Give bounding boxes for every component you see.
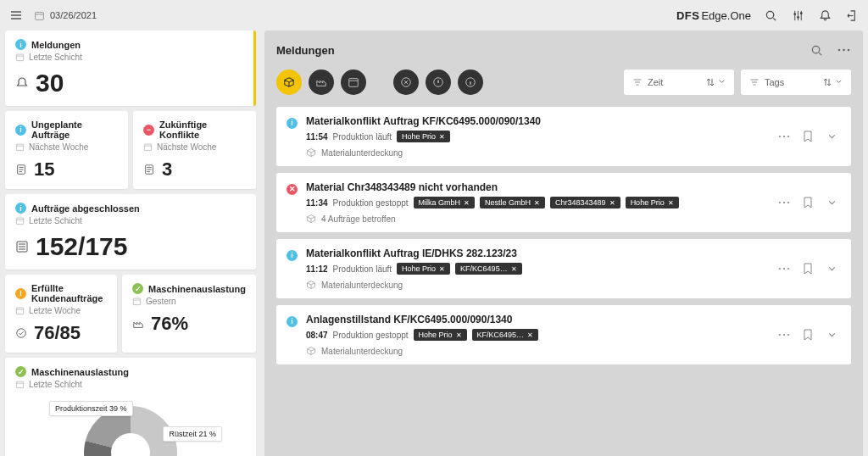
tag-remove-icon[interactable]: ✕ bbox=[439, 265, 445, 273]
message-row[interactable]: iMaterialkonflikt Auftrag IE/DHKS 282.12… bbox=[276, 239, 851, 298]
logout-icon[interactable] bbox=[844, 8, 860, 23]
more-icon[interactable] bbox=[776, 195, 792, 210]
tag[interactable]: KF/KC6495… ✕ bbox=[472, 329, 539, 341]
message-list: iMaterialkonflikt Auftrag KF/KC6495.000/… bbox=[276, 107, 851, 364]
chevron-down-icon bbox=[718, 78, 726, 86]
message-row[interactable]: ✕Material Chr348343489 nicht vorhanden11… bbox=[276, 173, 851, 232]
info-icon: i bbox=[287, 250, 298, 261]
calendar-icon bbox=[15, 216, 25, 225]
card-ungeplante[interactable]: iUngeplante Aufträge Nächste Woche 15 bbox=[5, 111, 128, 189]
message-row[interactable]: iMaterialkonflikt Auftrag KF/KC6495.000/… bbox=[276, 107, 851, 166]
date-picker[interactable]: 03/26/2021 bbox=[34, 10, 97, 21]
filter-alert-icon[interactable] bbox=[426, 70, 451, 95]
dropdown-zeit[interactable]: Zeit bbox=[624, 70, 734, 95]
message-title: Material Chr348343489 nicht vorhanden bbox=[306, 181, 768, 193]
page-title: Meldungen bbox=[276, 44, 335, 57]
tag[interactable]: Milka GmbH ✕ bbox=[414, 197, 476, 209]
card-value: 3 bbox=[162, 158, 172, 181]
card-konflikte[interactable]: −Zukünftige Konflikte Nächste Woche 3 bbox=[133, 111, 256, 189]
chevron-down-icon[interactable] bbox=[824, 261, 839, 276]
search-icon[interactable] bbox=[763, 8, 778, 23]
info-icon: i bbox=[287, 316, 298, 327]
more-icon[interactable] bbox=[776, 327, 792, 342]
calendar-icon bbox=[15, 380, 25, 389]
card-kunden[interactable]: !Erfüllte Kundenaufträge Letzte Woche 76… bbox=[5, 275, 117, 353]
info-icon: i bbox=[287, 118, 298, 129]
factory-icon bbox=[132, 318, 144, 330]
warn-icon: ! bbox=[15, 288, 26, 299]
tag-remove-icon[interactable]: ✕ bbox=[668, 199, 674, 207]
tag-remove-icon[interactable]: ✕ bbox=[464, 199, 470, 207]
bookmark-icon[interactable] bbox=[800, 327, 815, 342]
message-footer: Materialunterdeckung bbox=[306, 346, 768, 356]
filter-calendar-icon[interactable] bbox=[341, 70, 366, 95]
tag[interactable]: Hohe Prio ✕ bbox=[397, 263, 450, 275]
info-icon: i bbox=[15, 39, 26, 50]
message-time: 11:34 bbox=[306, 198, 328, 208]
bookmark-icon[interactable] bbox=[800, 261, 815, 276]
more-icon[interactable] bbox=[836, 42, 851, 58]
filter-icon bbox=[632, 77, 643, 87]
message-title: Anlagenstillstand KF/KC6495.000/090/1340 bbox=[306, 314, 768, 325]
svg-rect-6 bbox=[16, 144, 23, 151]
brand: DFSEdge.One bbox=[676, 9, 751, 22]
svg-point-25 bbox=[783, 136, 785, 137]
svg-point-27 bbox=[779, 202, 781, 203]
svg-point-24 bbox=[779, 136, 781, 137]
tag-remove-icon[interactable]: ✕ bbox=[527, 331, 533, 339]
filter-close-icon[interactable] bbox=[393, 70, 419, 95]
bookmark-icon[interactable] bbox=[800, 195, 815, 210]
check-icon bbox=[15, 327, 27, 339]
sliders-icon[interactable] bbox=[790, 8, 805, 23]
chevron-down-icon[interactable] bbox=[824, 129, 839, 144]
svg-rect-14 bbox=[133, 298, 140, 305]
svg-point-29 bbox=[787, 202, 789, 203]
menu-icon[interactable] bbox=[8, 8, 24, 23]
info-icon: i bbox=[15, 125, 26, 136]
more-icon[interactable] bbox=[776, 261, 792, 276]
dropdown-tags[interactable]: Tags bbox=[741, 70, 851, 95]
filter-info-icon[interactable] bbox=[458, 70, 483, 95]
calendar-icon bbox=[143, 142, 153, 152]
more-icon[interactable] bbox=[776, 129, 792, 144]
card-auslastung-chart[interactable]: ✓Maschinenauslastung Letzte Schicht Prod… bbox=[5, 358, 256, 456]
card-title: Maschinenauslastung bbox=[31, 367, 129, 377]
tag[interactable]: KF/KC6495… ✕ bbox=[455, 263, 522, 275]
chevron-down-icon[interactable] bbox=[824, 195, 839, 210]
tag[interactable]: Nestle GmbH ✕ bbox=[480, 197, 545, 209]
bell-icon[interactable] bbox=[817, 8, 832, 23]
card-title: Zukünftige Konflikte bbox=[159, 120, 246, 140]
list-icon bbox=[15, 240, 29, 253]
svg-rect-20 bbox=[349, 79, 359, 87]
chart-label: Produktionszeit 39 % bbox=[49, 401, 133, 416]
tag[interactable]: Hohe Prio ✕ bbox=[397, 131, 450, 142]
filter-box-icon[interactable] bbox=[276, 70, 302, 95]
tag[interactable]: Hohe Prio ✕ bbox=[414, 329, 467, 341]
card-abgeschlossen[interactable]: iAufträge abgeschlossen Letzte Schicht 1… bbox=[5, 194, 256, 270]
minus-icon: − bbox=[143, 125, 154, 136]
message-footer: 4 Aufträge betroffen bbox=[306, 214, 768, 224]
card-auslastung[interactable]: ✓Maschinenauslastung Gestern 76% bbox=[122, 275, 256, 353]
svg-point-1 bbox=[766, 11, 773, 18]
message-status: Produktion läuft bbox=[333, 264, 392, 274]
svg-point-2 bbox=[793, 13, 796, 15]
search-icon[interactable] bbox=[809, 42, 824, 58]
tag-remove-icon[interactable]: ✕ bbox=[511, 265, 517, 273]
bookmark-icon[interactable] bbox=[800, 129, 815, 144]
tag[interactable]: Hohe Prio ✕ bbox=[626, 197, 679, 209]
filter-factory-icon[interactable] bbox=[309, 70, 334, 95]
card-title: Maschinenauslastung bbox=[148, 284, 246, 294]
message-row[interactable]: iAnlagenstillstand KF/KC6495.000/090/134… bbox=[276, 305, 851, 364]
chevron-down-icon[interactable] bbox=[824, 327, 839, 342]
tag[interactable]: Chr348343489 ✕ bbox=[550, 197, 620, 209]
date-text: 03/26/2021 bbox=[50, 10, 97, 20]
tag-remove-icon[interactable]: ✕ bbox=[439, 133, 445, 141]
tag-remove-icon[interactable]: ✕ bbox=[456, 331, 462, 339]
tag-remove-icon[interactable]: ✕ bbox=[609, 199, 615, 207]
chart-label: Rüstzeit 21 % bbox=[163, 426, 222, 442]
svg-point-13 bbox=[17, 329, 26, 338]
card-title: Aufträge abgeschlossen bbox=[31, 203, 140, 214]
card-meldungen[interactable]: iMeldungen Letzte Schicht 30 bbox=[5, 31, 256, 106]
tag-remove-icon[interactable]: ✕ bbox=[534, 199, 540, 207]
filter-buttons bbox=[276, 70, 483, 95]
